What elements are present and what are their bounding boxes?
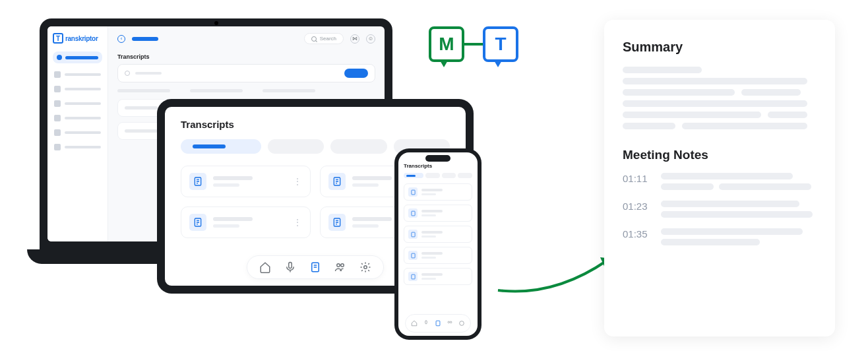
file-icon bbox=[408, 208, 418, 218]
settings-icon[interactable] bbox=[458, 317, 465, 329]
card-title bbox=[421, 252, 443, 255]
svg-rect-4 bbox=[289, 263, 292, 269]
settings-icon[interactable] bbox=[359, 261, 371, 273]
more-icon[interactable]: ⋮ bbox=[293, 220, 302, 224]
tab[interactable] bbox=[458, 173, 472, 178]
more-icon[interactable]: ⋮ bbox=[293, 179, 302, 183]
svg-point-7 bbox=[341, 264, 344, 267]
transkriptor-app-icon: T bbox=[483, 26, 518, 62]
nav-label bbox=[65, 102, 101, 105]
people-icon[interactable] bbox=[447, 317, 453, 329]
section-title: Transcripts bbox=[117, 53, 375, 60]
nav-icon bbox=[54, 71, 61, 78]
phone-device: Transcripts bbox=[394, 148, 481, 340]
transcript-card[interactable] bbox=[404, 226, 472, 243]
transcript-card[interactable] bbox=[404, 183, 472, 201]
sidebar-item[interactable] bbox=[53, 141, 102, 153]
note-line bbox=[661, 201, 799, 207]
file-icon bbox=[408, 187, 418, 197]
svg-rect-14 bbox=[425, 321, 427, 324]
nav-icon bbox=[54, 144, 61, 150]
transcript-card[interactable] bbox=[404, 268, 472, 285]
search-input[interactable]: Search bbox=[304, 33, 344, 44]
transcript-list bbox=[404, 183, 472, 285]
card-meta bbox=[213, 224, 239, 228]
transcripts-icon[interactable] bbox=[435, 317, 441, 329]
table-col bbox=[117, 89, 170, 92]
transcript-card[interactable]: ⋮ bbox=[181, 166, 311, 197]
tab-active[interactable] bbox=[181, 139, 261, 154]
note-line bbox=[661, 228, 803, 235]
summary-line bbox=[623, 67, 702, 73]
file-icon bbox=[408, 251, 418, 260]
card-meta bbox=[421, 214, 436, 216]
nav-label bbox=[65, 146, 101, 148]
filter-search-icon bbox=[125, 71, 130, 76]
nav-label bbox=[65, 73, 101, 76]
sidebar-item[interactable] bbox=[53, 83, 102, 95]
transcript-card[interactable] bbox=[404, 247, 472, 264]
note-line bbox=[719, 183, 811, 190]
sidebar: T ranskriptor bbox=[47, 26, 108, 241]
logo-icon: T bbox=[53, 33, 63, 44]
mic-icon[interactable] bbox=[284, 261, 296, 273]
summary-line bbox=[623, 123, 675, 129]
tab[interactable] bbox=[442, 173, 456, 178]
note-line bbox=[661, 211, 813, 218]
tab[interactable] bbox=[330, 139, 387, 154]
card-meta bbox=[213, 183, 239, 187]
tab[interactable] bbox=[425, 173, 440, 178]
card-meta bbox=[352, 183, 379, 187]
filter-placeholder bbox=[135, 72, 162, 75]
table-header bbox=[117, 89, 375, 92]
transcript-card[interactable] bbox=[404, 205, 472, 222]
flow-arrow-icon bbox=[495, 251, 620, 297]
file-icon bbox=[189, 173, 206, 190]
filter-action-button[interactable] bbox=[344, 69, 368, 78]
laptop-camera bbox=[214, 21, 218, 25]
transcripts-icon[interactable] bbox=[309, 261, 321, 273]
logo[interactable]: T ranskriptor bbox=[53, 33, 102, 44]
summary-line bbox=[741, 89, 801, 96]
svg-rect-9 bbox=[411, 190, 414, 195]
sidebar-item[interactable] bbox=[53, 112, 102, 124]
help-icon[interactable]: ⋈ bbox=[350, 34, 359, 44]
tab-label bbox=[193, 144, 226, 148]
summary-line bbox=[768, 112, 807, 118]
tab[interactable] bbox=[268, 139, 325, 154]
nav-label bbox=[65, 131, 101, 134]
summary-line bbox=[623, 100, 807, 107]
sidebar-active-label bbox=[65, 56, 98, 59]
home-icon[interactable] bbox=[259, 261, 271, 273]
note-timestamp: 01:23 bbox=[623, 201, 652, 212]
card-title bbox=[421, 273, 443, 276]
sidebar-item-active[interactable] bbox=[53, 51, 102, 63]
nav-icon bbox=[54, 86, 61, 92]
nav-icon bbox=[54, 100, 61, 107]
people-icon[interactable] bbox=[334, 261, 346, 273]
user-avatar-icon[interactable]: ☺ bbox=[366, 34, 375, 44]
summary-line bbox=[623, 89, 735, 96]
connector-line bbox=[464, 43, 483, 46]
note-timestamp: 01:35 bbox=[623, 228, 652, 239]
home-icon[interactable] bbox=[411, 317, 418, 329]
back-button[interactable]: ‹ bbox=[117, 35, 125, 43]
filter-bar[interactable] bbox=[117, 64, 375, 82]
nav-icon bbox=[54, 129, 61, 136]
mic-icon[interactable] bbox=[423, 317, 429, 329]
summary-line bbox=[682, 123, 807, 129]
tabs bbox=[404, 173, 472, 178]
sidebar-item[interactable] bbox=[53, 98, 102, 110]
cell bbox=[125, 106, 158, 110]
sidebar-item[interactable] bbox=[53, 127, 102, 139]
sidebar-item[interactable] bbox=[53, 69, 102, 80]
nav-label bbox=[65, 117, 101, 119]
svg-rect-10 bbox=[411, 211, 414, 216]
card-title bbox=[213, 176, 253, 180]
tab-active[interactable] bbox=[404, 173, 423, 178]
svg-rect-13 bbox=[411, 274, 414, 279]
section-title: Transcripts bbox=[404, 163, 472, 169]
card-title bbox=[213, 217, 253, 221]
transcript-card[interactable]: ⋮ bbox=[181, 207, 311, 238]
file-icon bbox=[408, 272, 418, 281]
